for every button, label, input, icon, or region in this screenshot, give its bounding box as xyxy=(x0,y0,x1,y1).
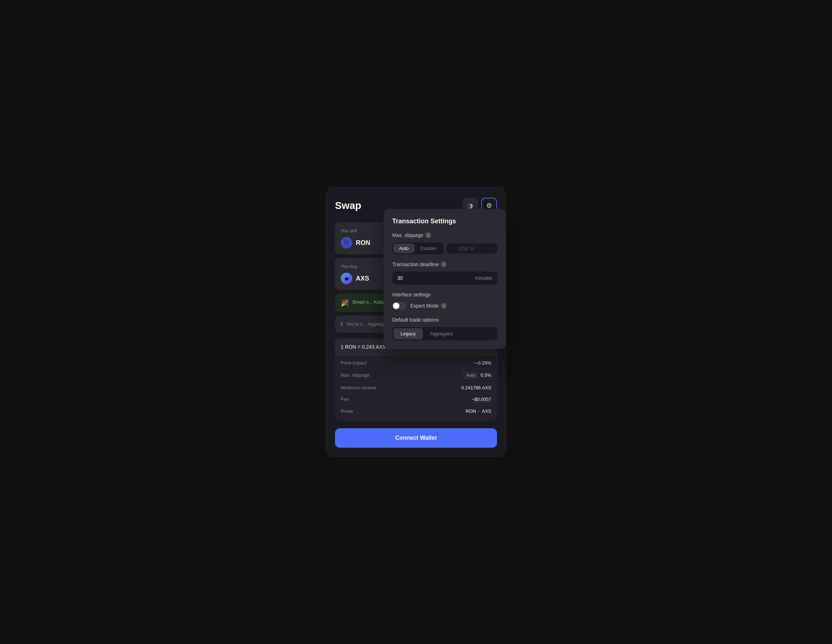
fee-label: Fee xyxy=(341,397,349,402)
interface-section-label: Interface settings xyxy=(392,292,498,298)
deadline-row: minutes xyxy=(392,272,498,285)
settings-title: Transaction Settings xyxy=(392,218,498,225)
connect-wallet-button[interactable]: Connect Wallet xyxy=(335,428,497,448)
buy-token-name: AXS xyxy=(356,275,369,282)
slippage-info-icon[interactable]: i xyxy=(426,232,431,238)
axs-token-icon: ◆ xyxy=(341,273,352,284)
details-box: Price impact ~-0.29% Max. slippage Auto … xyxy=(335,356,497,421)
expert-mode-toggle[interactable] xyxy=(392,302,406,310)
trade-toggle-group: Legacy Aggregator xyxy=(392,327,498,340)
slippage-toggle-group: Auto Custom xyxy=(392,242,443,254)
route-row: Route RON › AXS xyxy=(341,405,491,417)
expert-row: Expert Mode i xyxy=(392,302,498,310)
slippage-input-wrapper: % xyxy=(446,244,498,253)
sell-token-name: RON xyxy=(356,239,370,247)
trade-options-section: Default trade options Legacy Aggregator xyxy=(392,317,498,340)
max-slippage-row: Max. slippage Auto 0.5% xyxy=(341,369,491,382)
interface-section: Interface settings Expert Mode i xyxy=(392,292,498,310)
expert-info-icon[interactable]: i xyxy=(441,303,446,309)
fee-value: ~$0.0057 xyxy=(472,397,491,402)
deadline-input[interactable] xyxy=(397,275,419,281)
page-wrapper: Swap ◑ ⚙ You sell 🛡 RON You buy xyxy=(326,187,506,457)
price-impact-value: ~-0.29% xyxy=(474,360,491,365)
expert-mode-label: Expert Mode i xyxy=(410,303,446,309)
min-receive-value: 0.241786 AXS xyxy=(461,385,491,391)
axs-icon-symbol: ◆ xyxy=(345,276,349,281)
route-label: Route xyxy=(341,409,353,414)
info-icon: ℹ xyxy=(341,321,342,327)
auto-badge: Auto xyxy=(463,372,479,379)
max-slippage-label: Max. slippage xyxy=(341,372,370,378)
gear-icon: ⚙ xyxy=(486,202,492,210)
theme-icon: ◑ xyxy=(467,202,473,210)
slippage-custom-button[interactable]: Custom xyxy=(414,244,442,253)
deadline-unit-label: minutes xyxy=(475,275,492,281)
route-arrow-icon: › xyxy=(478,409,480,413)
price-impact-label: Price impact xyxy=(341,360,366,365)
max-slippage-value: Auto 0.5% xyxy=(463,372,491,379)
legacy-button[interactable]: Legacy xyxy=(393,328,423,339)
price-impact-row: Price impact ~-0.29% xyxy=(341,357,491,369)
slippage-row: Auto Custom % xyxy=(392,242,498,254)
deadline-info-icon[interactable]: i xyxy=(441,261,446,267)
fee-row: Fee ~$0.0057 xyxy=(341,394,491,405)
slippage-section-label: Max. slippage i xyxy=(392,232,498,238)
deadline-input-wrapper: minutes xyxy=(392,272,498,285)
deadline-section-label: Transaction deadline i xyxy=(392,261,498,267)
trade-options-label: Default trade options xyxy=(392,317,498,323)
slippage-input[interactable] xyxy=(451,246,469,252)
smart-icon: 🎉 xyxy=(341,299,349,307)
min-receive-label: Minimum receive xyxy=(341,385,376,391)
slippage-auto-button[interactable]: Auto xyxy=(393,244,414,253)
ron-icon-symbol: 🛡 xyxy=(344,240,349,246)
swap-title: Swap xyxy=(335,200,361,211)
aggregator-button[interactable]: Aggregator xyxy=(423,328,460,339)
ron-token-icon: 🛡 xyxy=(341,237,352,248)
route-value: RON › AXS xyxy=(466,409,491,414)
min-receive-row: Minimum receive 0.241786 AXS xyxy=(341,382,491,394)
settings-popup: Transaction Settings Max. slippage i Aut… xyxy=(384,209,506,349)
slippage-percent-label: % xyxy=(470,246,474,252)
